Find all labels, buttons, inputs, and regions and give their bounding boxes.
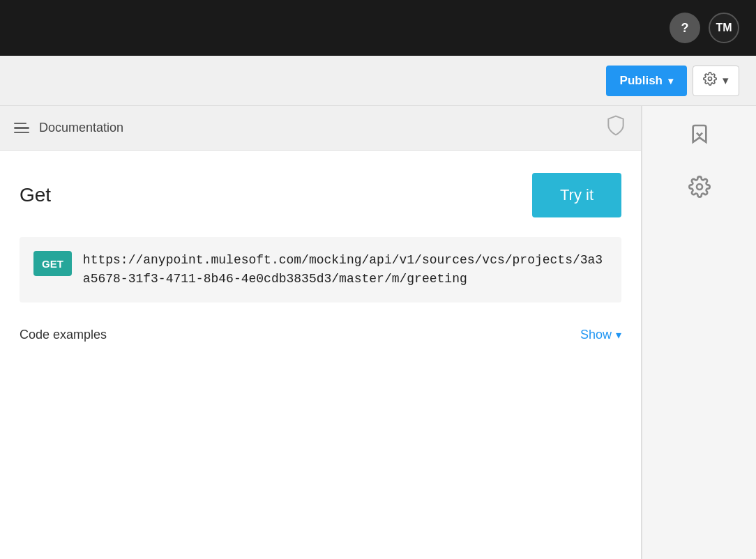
code-examples-row: Code examples Show ▾ — [20, 322, 621, 348]
hamburger-menu-icon[interactable] — [14, 123, 29, 134]
settings-gear-icon-button[interactable] — [683, 170, 716, 204]
publish-chevron-icon: ▾ — [668, 75, 673, 86]
settings-button[interactable]: ▾ — [693, 66, 739, 96]
publish-label: Publish — [620, 74, 663, 88]
doc-header-left: Documentation — [14, 121, 123, 135]
content-area: Get Try it GET https://anypoint.mulesoft… — [0, 151, 641, 559]
get-row: Get Try it — [20, 173, 621, 217]
gear-icon — [703, 72, 717, 89]
doc-header: Documentation — [0, 106, 641, 151]
left-panel: Documentation Get Try it GET https://any… — [0, 106, 642, 559]
settings-chevron-icon: ▾ — [723, 73, 729, 88]
publish-button[interactable]: Publish ▾ — [606, 66, 687, 96]
documentation-title: Documentation — [39, 121, 123, 135]
code-examples-label: Code examples — [20, 328, 107, 342]
svg-point-0 — [709, 77, 712, 81]
try-it-button[interactable]: Try it — [532, 173, 621, 217]
shield-icon — [605, 114, 627, 141]
right-sidebar — [642, 106, 756, 559]
bookmark-icon-button[interactable] — [683, 117, 716, 151]
show-chevron-icon: ▾ — [616, 328, 621, 342]
show-label: Show — [580, 328, 612, 342]
top-navbar: ? TM — [0, 0, 756, 56]
svg-point-1 — [697, 184, 702, 190]
user-avatar-button[interactable]: TM — [709, 13, 739, 43]
show-button[interactable]: Show ▾ — [580, 328, 621, 342]
get-label: Get — [20, 184, 51, 206]
url-box: GET https://anypoint.mulesoft.com/mockin… — [20, 237, 621, 303]
main-layout: Documentation Get Try it GET https://any… — [0, 106, 756, 559]
get-badge: GET — [33, 251, 72, 276]
toolbar: Publish ▾ ▾ — [0, 56, 756, 106]
help-button[interactable]: ? — [670, 13, 700, 43]
api-url: https://anypoint.mulesoft.com/mocking/ap… — [83, 251, 607, 289]
